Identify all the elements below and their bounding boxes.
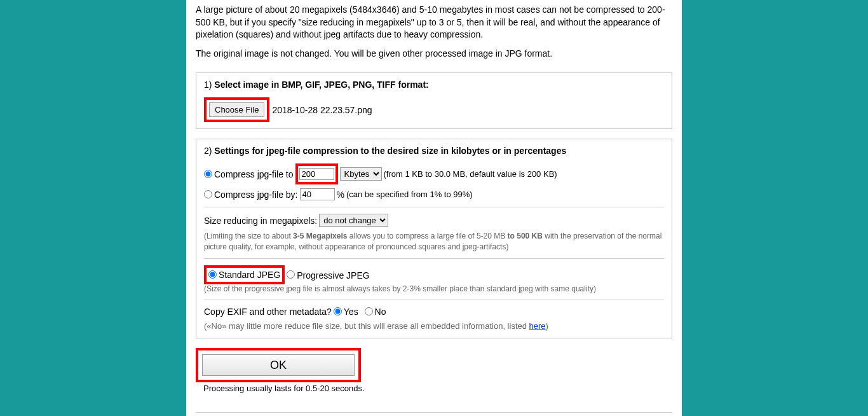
- separator-2: [204, 258, 664, 259]
- step2-title: Settings for jpeg-file compression to th…: [214, 146, 566, 156]
- intro-text: A large picture of about 20 megapixels (…: [196, 0, 672, 73]
- compress-to-label[interactable]: Compress jpg-file to: [214, 169, 294, 179]
- size-reducing-select[interactable]: do not change: [319, 214, 388, 227]
- compress-by-hint: (can be specified from 1% to 99%): [346, 190, 473, 199]
- standard-jpeg-radio[interactable]: [208, 270, 217, 279]
- choose-file-button[interactable]: Choose File: [209, 102, 264, 117]
- ok-button[interactable]: OK: [202, 354, 355, 376]
- step2-fieldset: 2) Settings for jpeg-file compression to…: [196, 139, 672, 338]
- separator-3: [204, 300, 664, 300]
- step2-prefix: 2): [204, 146, 214, 156]
- exif-yes-radio[interactable]: [334, 307, 342, 315]
- compress-to-highlight: [295, 163, 338, 184]
- intro-p2: The original image is not changed. You w…: [196, 48, 672, 60]
- compress-to-hint: (from 1 KB to 30.0 MB, default value is …: [384, 169, 557, 179]
- progressive-jpeg-label[interactable]: Progressive JPEG: [297, 270, 369, 281]
- here-link[interactable]: here: [529, 321, 546, 331]
- size-reducing-note: (Limiting the size to about 3-5 Megapixe…: [204, 231, 664, 251]
- separator-1: [204, 207, 664, 207]
- standard-jpeg-label[interactable]: Standard JPEG: [219, 270, 280, 280]
- exif-no-radio[interactable]: [365, 307, 373, 315]
- step1-fieldset: 1) Select image in BMP, GIF, JPEG, PNG, …: [196, 73, 672, 129]
- footer-links: Contact | Site map, limitations | Ukrain…: [196, 412, 672, 416]
- step1-title: Select image in BMP, GIF, JPEG, PNG, TIF…: [214, 80, 428, 90]
- compress-by-label[interactable]: Compress jpg-file by:: [214, 190, 298, 200]
- copy-exif-label: Copy EXIF and other metadata?: [204, 307, 332, 317]
- size-reducing-label: Size reducing in megapixels:: [204, 216, 317, 226]
- selected-filename: 2018-10-28 22.23.57.png: [272, 105, 372, 115]
- percent-sign: %: [337, 190, 344, 200]
- step2-title-row: 2) Settings for jpeg-file compression to…: [204, 146, 664, 156]
- compress-to-radio[interactable]: [204, 170, 212, 178]
- compress-by-input[interactable]: [300, 188, 335, 200]
- unit-select[interactable]: Kbytes: [340, 167, 382, 181]
- ok-section: OK Processing usually lasts for 0.5-20 s…: [196, 348, 672, 393]
- step1-prefix: 1): [204, 80, 214, 90]
- progressive-jpeg-radio[interactable]: [287, 270, 295, 279]
- exif-yes-label[interactable]: Yes: [344, 307, 358, 317]
- step1-title-row: 1) Select image in BMP, GIF, JPEG, PNG, …: [204, 80, 664, 90]
- watermark: androbuntu: [712, 412, 860, 416]
- jpeg-note: (Size of the progressive jpeg file is al…: [204, 284, 664, 293]
- ok-button-highlight: OK: [196, 348, 361, 382]
- exif-note: («No» may little more reduce file size, …: [204, 321, 664, 332]
- processing-note: Processing usually lasts for 0.5-20 seco…: [203, 384, 672, 393]
- choose-file-highlight: Choose File: [204, 97, 269, 122]
- intro-p1: A large picture of about 20 megapixels (…: [196, 4, 672, 41]
- compress-to-input[interactable]: [299, 168, 334, 180]
- compress-by-radio[interactable]: [204, 190, 212, 198]
- standard-jpeg-highlight: Standard JPEG: [204, 265, 285, 284]
- exif-no-label[interactable]: No: [375, 307, 386, 317]
